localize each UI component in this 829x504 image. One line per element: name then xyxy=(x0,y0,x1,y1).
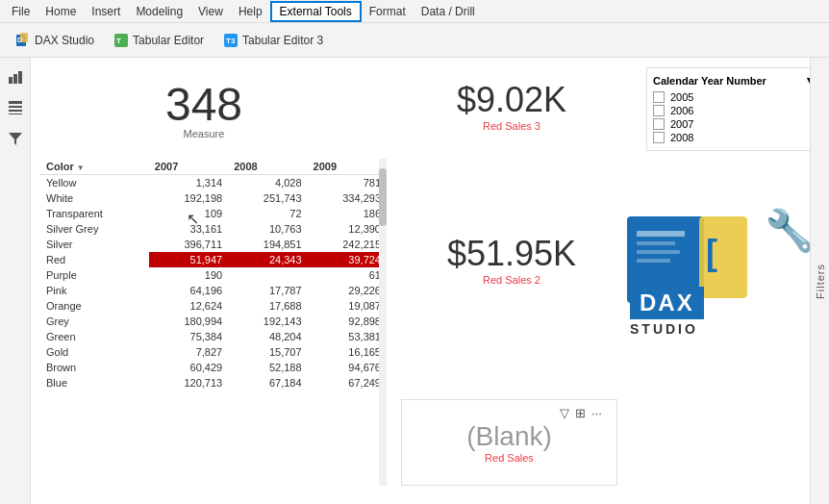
sort-icon: ▼ xyxy=(77,164,85,172)
dax-studio-label: DAX Studio xyxy=(35,34,94,47)
sidebar-filter-icon[interactable] xyxy=(4,127,27,150)
table-row[interactable]: Pink 64,196 17,787 29,226 xyxy=(40,283,387,298)
checkbox-2008[interactable] xyxy=(653,132,665,143)
canvas-area: 348 Measure ↖ Color ▼ 2007 2008 2009 xyxy=(31,58,829,504)
menu-data-drill[interactable]: Data / Drill xyxy=(414,3,483,20)
measure-label: Measure xyxy=(184,128,225,139)
table-row[interactable]: Yellow 1,314 4,028 781 xyxy=(40,175,387,191)
menu-home[interactable]: Home xyxy=(38,3,84,20)
table-row[interactable]: Gold 7,827 15,707 16,165 xyxy=(40,344,387,360)
red-sales-3-value: $9.02K xyxy=(457,80,566,120)
checkbox-2005[interactable] xyxy=(653,91,665,103)
red-sales-2-value: $51.95K xyxy=(447,234,576,274)
tabular-editor-button[interactable]: T Tabular Editor xyxy=(106,29,212,52)
tabular-editor-icon: T xyxy=(113,33,129,48)
svg-text:T3: T3 xyxy=(226,37,236,45)
slicer-item-2006[interactable]: 2006 xyxy=(653,104,813,117)
svg-text:T: T xyxy=(116,37,121,45)
more-icon[interactable]: ··· xyxy=(591,406,602,420)
table-row[interactable]: Transparent 109 72 186 xyxy=(40,206,387,221)
col-header-2009[interactable]: 2009 xyxy=(308,159,387,175)
svg-rect-17 xyxy=(637,241,675,245)
slicer-year-2005: 2005 xyxy=(670,91,693,103)
svg-rect-19 xyxy=(637,259,670,263)
checkbox-2006[interactable] xyxy=(653,105,665,116)
table-row[interactable]: Purple 190 61 xyxy=(40,267,387,283)
table-row[interactable]: Grey 180,994 192,143 92,898 xyxy=(40,314,387,329)
tabular-editor-label: Tabular Editor xyxy=(133,34,204,47)
menu-external-tools[interactable]: External Tools xyxy=(270,1,362,22)
scroll-thumb[interactable] xyxy=(379,168,387,226)
svg-marker-14 xyxy=(9,133,22,145)
col-header-2007[interactable]: 2007 xyxy=(149,159,228,175)
measure-348-value: 348 xyxy=(165,82,242,128)
slicer-title: Calendar Year Number xyxy=(653,75,766,87)
svg-rect-12 xyxy=(9,110,22,112)
scroll-indicator xyxy=(379,159,387,486)
wrench-icon: 🔧 xyxy=(765,207,815,254)
table-row[interactable]: White 192,198 251,743 334,293 xyxy=(40,190,387,206)
tabular-editor3-label: Tabular Editor 3 xyxy=(242,34,323,47)
slicer-year-2008: 2008 xyxy=(670,132,693,143)
sidebar-bar-chart-icon[interactable] xyxy=(4,65,27,88)
slicer-year-2006: 2006 xyxy=(670,105,693,116)
menu-view[interactable]: View xyxy=(190,3,231,20)
slicer-item-2007[interactable]: 2007 xyxy=(653,117,813,131)
menu-insert[interactable]: Insert xyxy=(84,3,128,20)
red-sales-2-card[interactable]: $51.95K Red Sales 2 xyxy=(406,221,617,298)
sidebar-table-icon[interactable] xyxy=(4,96,27,119)
tabular-editor3-icon: T3 xyxy=(223,33,239,48)
col-header-color[interactable]: Color ▼ xyxy=(40,159,149,175)
svg-text:[: [ xyxy=(706,233,717,272)
calendar-year-slicer[interactable]: Calendar Year Number ▾ 2005 2006 2007 20… xyxy=(646,67,819,151)
menu-format[interactable]: Format xyxy=(362,3,414,20)
dax-studio-button[interactable]: D DAX Studio xyxy=(8,29,102,52)
toolbar: D DAX Studio T Tabular Editor T3 Tabular… xyxy=(0,23,829,58)
table-row[interactable]: Blue 120,713 67,184 67,249 xyxy=(40,375,387,391)
color-table: Color ▼ 2007 2008 2009 Yellow 1,314 4,02… xyxy=(40,159,387,391)
studio-text: STUDIO xyxy=(630,321,698,337)
dax-studio-icon: D xyxy=(15,33,31,48)
table-row[interactable]: Green 75,384 48,204 53,381 xyxy=(40,329,387,344)
col-header-2008[interactable]: 2008 xyxy=(228,159,307,175)
dax-studio-overlay: [ 🔧 DAX STUDIO xyxy=(617,212,819,337)
dax-text: DAX xyxy=(630,287,704,319)
filter-icon[interactable]: ▽ xyxy=(560,406,569,420)
svg-rect-10 xyxy=(9,101,22,104)
table-row[interactable]: Silver Grey 33,161 10,763 12,390 xyxy=(40,221,387,237)
svg-text:D: D xyxy=(17,37,22,43)
svg-rect-8 xyxy=(13,74,17,84)
left-sidebar xyxy=(0,58,31,504)
data-table-visual[interactable]: Color ▼ 2007 2008 2009 Yellow 1,314 4,02… xyxy=(40,159,387,486)
svg-rect-13 xyxy=(9,113,22,114)
svg-rect-11 xyxy=(9,106,22,108)
slicer-year-2007: 2007 xyxy=(670,118,693,130)
table-row[interactable]: Red 51,947 24,343 39,724 xyxy=(40,252,387,267)
blank-value: (Blank) xyxy=(466,421,552,452)
slicer-item-2005[interactable]: 2005 xyxy=(653,90,813,104)
checkbox-2007[interactable] xyxy=(653,118,665,130)
grid-icon[interactable]: ⊞ xyxy=(575,406,586,420)
red-sales-label: Red Sales xyxy=(485,452,534,464)
svg-rect-7 xyxy=(9,77,13,84)
svg-rect-16 xyxy=(637,231,685,237)
tabular-editor3-button[interactable]: T3 Tabular Editor 3 xyxy=(215,29,331,52)
filter-panel-label: Filters xyxy=(815,264,826,299)
main-content: 348 Measure ↖ Color ▼ 2007 2008 2009 xyxy=(0,58,829,504)
menu-help[interactable]: Help xyxy=(231,3,270,20)
red-sales-3-card[interactable]: $9.02K Red Sales 3 xyxy=(406,67,617,144)
menu-modeling[interactable]: Modeling xyxy=(128,3,190,20)
table-row[interactable]: Orange 12,624 17,688 19,087 xyxy=(40,298,387,314)
table-row[interactable]: Brown 60,429 52,188 94,676 xyxy=(40,360,387,375)
measure-348-card[interactable]: 348 Measure xyxy=(40,67,367,154)
menu-file[interactable]: File xyxy=(4,3,38,20)
svg-rect-18 xyxy=(637,250,680,254)
slicer-item-2008[interactable]: 2008 xyxy=(653,131,813,144)
slicer-header: Calendar Year Number ▾ xyxy=(653,74,813,87)
red-sales-3-label: Red Sales 3 xyxy=(483,120,540,132)
table-row[interactable]: Silver 396,711 194,851 242,215 xyxy=(40,237,387,252)
menu-bar: File Home Insert Modeling View Help Exte… xyxy=(0,0,829,23)
right-filter-panel[interactable]: Filters xyxy=(810,58,829,504)
filter-icon-row: ▽ ⊞ ··· xyxy=(560,406,602,420)
red-sales-2-label: Red Sales 2 xyxy=(483,274,540,286)
